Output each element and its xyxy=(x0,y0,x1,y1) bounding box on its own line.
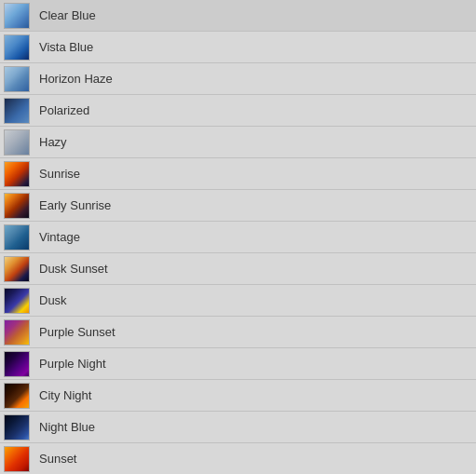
thumbnail-vintage xyxy=(4,224,30,251)
list-item-city-night[interactable]: City Night xyxy=(0,380,476,412)
label-dusk: Dusk xyxy=(39,293,67,307)
thumbnail-early-sunrise xyxy=(4,193,30,219)
thumbnail-sunset xyxy=(4,446,30,472)
label-clear-blue: Clear Blue xyxy=(39,8,96,22)
list-item-clear-blue[interactable]: Clear Blue xyxy=(0,0,476,32)
list-item-purple-night[interactable]: Purple Night xyxy=(0,348,476,380)
label-horizon-haze: Horizon Haze xyxy=(39,72,113,86)
list-item-sunset[interactable]: Sunset xyxy=(0,443,476,474)
label-city-night: City Night xyxy=(39,388,91,402)
list-item-sunrise[interactable]: Sunrise xyxy=(0,158,476,190)
label-night-blue: Night Blue xyxy=(39,420,95,434)
label-sunset: Sunset xyxy=(39,452,76,466)
label-sunrise: Sunrise xyxy=(39,167,80,181)
thumbnail-night-blue xyxy=(4,414,30,440)
label-polarized: Polarized xyxy=(39,103,89,117)
label-vintage: Vintage xyxy=(39,230,80,244)
list-item-early-sunrise[interactable]: Early Sunrise xyxy=(0,190,476,222)
list-item-purple-sunset[interactable]: Purple Sunset xyxy=(0,317,476,348)
label-vista-blue: Vista Blue xyxy=(39,40,93,54)
label-hazy: Hazy xyxy=(39,135,67,149)
thumbnail-dusk-sunset xyxy=(4,256,30,282)
list-item-polarized[interactable]: Polarized xyxy=(0,95,476,127)
thumbnail-purple-night xyxy=(4,351,30,377)
list-item-hazy[interactable]: Hazy xyxy=(0,127,476,158)
label-purple-night: Purple Night xyxy=(39,357,106,371)
thumbnail-clear-blue xyxy=(4,3,30,29)
thumbnail-city-night xyxy=(4,383,30,409)
thumbnail-polarized xyxy=(4,98,30,124)
thumbnail-horizon-haze xyxy=(4,66,30,92)
list-item-vista-blue[interactable]: Vista Blue xyxy=(0,32,476,63)
label-purple-sunset: Purple Sunset xyxy=(39,325,116,339)
list-item-dusk-sunset[interactable]: Dusk Sunset xyxy=(0,253,476,285)
thumbnail-hazy xyxy=(4,129,30,156)
label-early-sunrise: Early Sunrise xyxy=(39,198,111,212)
thumbnail-dusk xyxy=(4,288,30,314)
list-item-horizon-haze[interactable]: Horizon Haze xyxy=(0,63,476,95)
thumbnail-sunrise xyxy=(4,161,30,187)
thumbnail-vista-blue xyxy=(4,34,30,61)
list-item-vintage[interactable]: Vintage xyxy=(0,222,476,253)
list-item-night-blue[interactable]: Night Blue xyxy=(0,412,476,443)
thumbnail-purple-sunset xyxy=(4,319,30,345)
list-item-dusk[interactable]: Dusk xyxy=(0,285,476,317)
theme-list: Clear BlueVista BlueHorizon HazePolarize… xyxy=(0,0,476,474)
label-dusk-sunset: Dusk Sunset xyxy=(39,262,108,276)
